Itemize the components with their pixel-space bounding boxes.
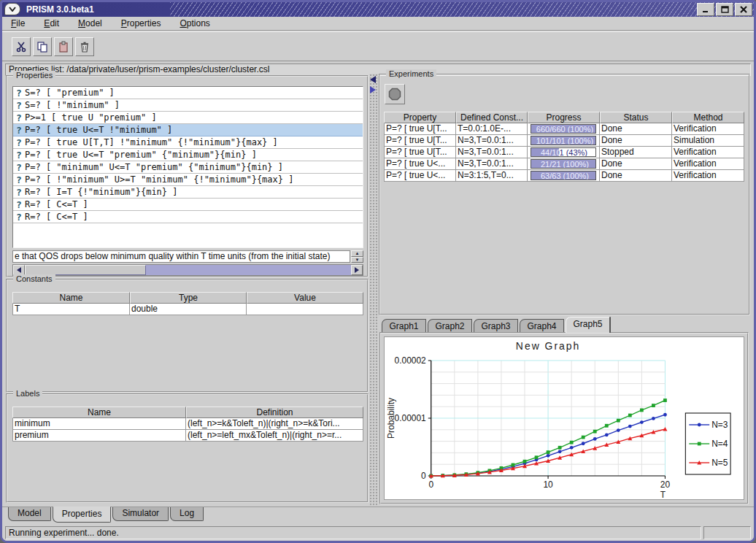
constants-cell: T=0.0:1.0E-... — [456, 123, 528, 135]
column-header[interactable]: Progress — [528, 112, 600, 123]
close-button[interactable] — [735, 3, 752, 16]
question-icon: ? — [13, 212, 25, 223]
property-row[interactable]: ?P>=1 [ true U "premium" ] — [13, 112, 363, 124]
experiment-row[interactable]: P=? [ true U[T...N=3,T=0.0:1...44/101 (4… — [384, 147, 744, 158]
tab-graph5[interactable]: Graph5 — [566, 317, 610, 333]
cut-button[interactable] — [12, 37, 31, 56]
table-cell — [247, 304, 363, 315]
spinner-down-button[interactable]: ▼ — [351, 257, 363, 263]
graph-tabs: Graph1Graph2Graph3Graph4Graph5 — [382, 317, 610, 333]
property-cell: P=? [ true U[T... — [384, 123, 456, 135]
scroll-left-button[interactable] — [13, 265, 25, 275]
property-comment-field[interactable]: e that QOS drops below minimum quality w… — [12, 250, 350, 263]
table-row[interactable]: minimum(left_n>=k&Toleft_n)|(right_n>=k&… — [12, 418, 363, 430]
property-row[interactable]: ?P=? [ true U<=T !"minimum" ] — [13, 124, 363, 136]
progress-fill: 21/21 (100%) — [531, 160, 595, 168]
progress-cell: 21/21 (100%)21/21 (100%) — [528, 158, 600, 170]
main-tabs: ModelPropertiesSimulatorLog — [2, 507, 754, 525]
experiment-row[interactable]: P=? [ true U<...N=3,T=0.0:1...21/21 (100… — [384, 158, 744, 170]
collapse-right-button[interactable] — [370, 86, 377, 95]
svg-text:0.00001: 0.00001 — [395, 413, 427, 423]
chart: 00.000010.0000201020New GraphProbability… — [385, 337, 744, 499]
column-header[interactable]: Status — [600, 112, 672, 123]
table-cell: premium — [12, 430, 186, 442]
property-row[interactable]: ?R=? [ I=T {!"minimum"}{min} ] — [13, 186, 363, 199]
status-cell: Stopped — [600, 147, 672, 158]
constants-group-title: Constants — [13, 274, 55, 283]
svg-text:10: 10 — [543, 480, 553, 490]
progress-text-light: 21/21 (100%) — [531, 160, 595, 168]
table-cell: minimum — [12, 418, 186, 430]
menu-file[interactable]: File — [11, 18, 25, 28]
property-row[interactable]: ?S=? [ "premium" ] — [13, 87, 363, 99]
copy-button[interactable] — [33, 37, 52, 56]
property-row[interactable]: ?P=? [ "minimum" U<=T "premium" {"minimu… — [13, 161, 363, 174]
tab-graph1[interactable]: Graph1 — [382, 319, 426, 333]
experiment-row[interactable]: P=? [ true U<...N=3:1:5,T=0...63/63 (100… — [384, 170, 744, 182]
property-text: S=? [ "premium" ] — [25, 88, 115, 98]
property-row[interactable]: ?P=? [ true U[T,T] !"minimum" {!"minimum… — [13, 136, 363, 149]
copy-icon — [36, 41, 48, 53]
stop-experiment-button[interactable] — [385, 84, 405, 104]
tab-model[interactable]: Model — [8, 507, 51, 521]
column-header[interactable]: Property — [384, 112, 456, 123]
progress-cell: 101/101 (100%)101/101 (100%) — [528, 135, 600, 147]
experiment-row[interactable]: P=? [ true U[T...T=0.0:1.0E-...660/660 (… — [384, 123, 744, 135]
column-header: Type — [130, 292, 247, 304]
statusbar: Running experiment... done. — [2, 525, 754, 541]
table-row[interactable]: premium(left_n>=left_mx&Toleft_n)|(right… — [12, 430, 363, 442]
progress-cell: 63/63 (100%)63/63 (100%) — [528, 170, 600, 182]
status-cell: Done — [600, 123, 672, 135]
experiments-group-title: Experiments — [386, 69, 436, 78]
tab-graph3[interactable]: Graph3 — [474, 319, 518, 333]
status-cell: Done — [600, 170, 672, 182]
paste-icon — [58, 41, 69, 53]
comment-row: e that QOS drops below minimum quality w… — [12, 250, 363, 263]
tab-graph2[interactable]: Graph2 — [428, 319, 472, 333]
collapse-left-button[interactable] — [370, 76, 377, 85]
progress-text-light: 63/63 (100%) — [531, 172, 595, 180]
scroll-right-button[interactable] — [351, 265, 363, 275]
split-divider[interactable] — [369, 74, 378, 506]
tab-log[interactable]: Log — [170, 507, 204, 521]
titlebar[interactable]: PRISM 3.0.beta1 — [2, 2, 754, 17]
property-row[interactable]: ?R=? [ C<=T ] — [13, 211, 363, 223]
experiment-row[interactable]: P=? [ true U[T...N=3,T=0.0:1...101/101 (… — [384, 135, 744, 147]
column-header[interactable]: Defined Const... — [456, 112, 528, 123]
progress-cell: 44/101 (43%)44/101 (43%) — [528, 147, 600, 158]
property-row[interactable]: ?S=? [ !"minimum" ] — [13, 99, 363, 112]
window-menu-button[interactable] — [4, 3, 20, 15]
labels-table: NameDefinitionminimum(left_n>=k&Toleft_n… — [12, 407, 363, 442]
tab-properties[interactable]: Properties — [53, 507, 112, 523]
tab-simulator[interactable]: Simulator — [112, 507, 169, 521]
menu-model[interactable]: Model — [78, 18, 102, 28]
table-row[interactable]: Tdouble — [12, 304, 363, 315]
scrollbar-thumb[interactable] — [25, 265, 146, 275]
paste-button[interactable] — [54, 37, 73, 56]
property-row[interactable]: ?P=? [ true U<=T "premium" {"minimum"}{m… — [13, 149, 363, 161]
menu-options[interactable]: Options — [180, 18, 209, 28]
constants-cell: N=3,T=0.0:1... — [456, 135, 528, 147]
table-cell: double — [130, 304, 247, 315]
progress-bar: 21/21 (100%)21/21 (100%) — [531, 159, 596, 169]
spinner-up-button[interactable]: ▲ — [351, 250, 363, 257]
menu-edit[interactable]: Edit — [44, 18, 59, 28]
delete-button[interactable] — [75, 37, 94, 56]
progress-bar: 101/101 (100%)101/101 (100%) — [531, 136, 596, 145]
column-header[interactable]: Method — [672, 112, 744, 123]
tab-graph4[interactable]: Graph4 — [520, 319, 564, 333]
triangle-left-icon — [370, 76, 376, 83]
maximize-button[interactable] — [716, 3, 733, 16]
svg-text:N=3: N=3 — [711, 420, 728, 430]
question-icon: ? — [13, 125, 25, 136]
comment-hscrollbar[interactable] — [12, 264, 363, 276]
constants-cell: N=3:1:5,T=0... — [456, 170, 528, 182]
property-row[interactable]: ?R=? [ C<=T ] — [13, 199, 363, 211]
property-row[interactable]: ?P=? [ !"minimum" U>=T "minimum" {!"mini… — [13, 174, 363, 186]
property-cell: P=? [ true U[T... — [384, 147, 456, 158]
menu-properties[interactable]: Properties — [121, 18, 161, 28]
method-cell: Verification — [672, 170, 744, 182]
property-text: P=? [ "minimum" U<=T "premium" {"minimum… — [25, 162, 283, 172]
minimize-button[interactable] — [697, 3, 714, 16]
question-icon: ? — [13, 100, 25, 111]
